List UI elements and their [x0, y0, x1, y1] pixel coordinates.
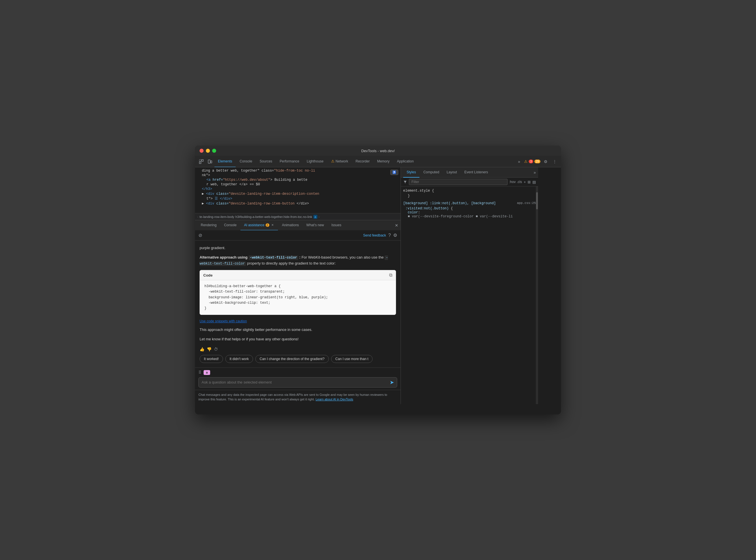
selector-icon: ⠿	[199, 370, 201, 375]
tab-lighthouse[interactable]: Lighthouse	[303, 156, 327, 167]
ai-closing-text: Let me know if that helps or if you have…	[200, 336, 396, 342]
more-tabs-icon[interactable]: »	[515, 158, 523, 166]
dom-line-5: </h3>	[195, 187, 401, 191]
btab-ai-assistance[interactable]: AI assistance β ✕	[241, 220, 278, 231]
ai-settings-icon[interactable]: ⚙	[393, 233, 397, 238]
close-bottom-panel-icon[interactable]: ✕	[395, 223, 398, 228]
dom-viewer: ding a better web, together" class="hide…	[195, 167, 401, 213]
dom-line-3: <a href="https://web.dev/about"> Buildin…	[195, 178, 401, 182]
devtools-toolbar: Elements Console Sources Performance Lig…	[195, 156, 561, 167]
code-block-title: Code	[203, 273, 213, 277]
breadcrumb-item-1[interactable]: te-landing-row-item-body	[200, 215, 234, 219]
it-worked-button[interactable]: It worked!	[200, 355, 223, 363]
element-style-header: element.style {	[403, 189, 536, 193]
tab-elements[interactable]: Elements	[214, 156, 236, 167]
more-style-tabs-icon[interactable]: »	[534, 170, 536, 175]
more-options-button[interactable]: ⋮	[551, 158, 559, 166]
breadcrumb-item-3-selected[interactable]: a	[313, 215, 318, 219]
btab-console[interactable]: Console	[221, 220, 240, 231]
tab-performance[interactable]: Performance	[276, 156, 303, 167]
background-rule-header: app.css:25 [background] :link:not(.butto…	[403, 201, 536, 205]
tab-recorder[interactable]: Recorder	[352, 156, 373, 167]
filter-icon	[403, 180, 407, 184]
warning-icon: ⚠	[331, 159, 334, 163]
toolbar-right: » ⚠ 3 29 ⚙ ⋮	[515, 158, 559, 166]
code-block-header: Code ⧉	[200, 270, 396, 280]
copy-code-button[interactable]: ⧉	[389, 273, 392, 278]
btab-issues[interactable]: Issues	[328, 220, 345, 231]
webkit-code-1: -webkit-text-fill-color	[248, 255, 298, 260]
dom-line-8: ▶ <div class="devsite-landing-row-item-b…	[195, 201, 401, 206]
help-icon[interactable]: ?	[388, 233, 391, 238]
traffic-lights	[200, 149, 216, 153]
btab-animations[interactable]: Animations	[279, 220, 302, 231]
inspect-element-icon[interactable]	[197, 158, 205, 166]
minimize-button[interactable]	[206, 149, 210, 153]
question-input[interactable]	[202, 380, 387, 384]
alternative-label: Alternative approach using -webkit-text-…	[200, 255, 301, 259]
btab-rendering[interactable]: Rendering	[197, 220, 220, 231]
settings-button[interactable]: ⚙	[542, 158, 550, 166]
tab-memory[interactable]: Memory	[374, 156, 393, 167]
close-button[interactable]	[200, 149, 204, 153]
dom-line-4: r web, together </a> == $0	[195, 182, 401, 187]
element-badge: a	[204, 370, 210, 375]
styles-scrollbar[interactable]	[536, 186, 538, 404]
add-style-rule-icon[interactable]: +	[524, 180, 526, 184]
code-block-body: h3#building-a-better-web-together a { -w…	[200, 280, 396, 315]
close-ai-tab-icon[interactable]: ✕	[270, 223, 274, 227]
use-more-than-button[interactable]: Can I use more than t	[331, 355, 372, 363]
titlebar: DevTools - web.dev/	[195, 145, 561, 156]
dom-line-1: ding a better web, together" class="hide…	[195, 168, 401, 173]
tab-console[interactable]: Console	[236, 156, 256, 167]
svg-rect-4	[211, 161, 212, 163]
rule-source: app.css:25	[517, 201, 536, 205]
stab-layout[interactable]: Layout	[443, 167, 461, 178]
code-line-3: background-image: linear-gradient(to rig…	[204, 295, 391, 300]
change-direction-button[interactable]: Can I change the direction of the gradie…	[256, 355, 329, 363]
timer-icon[interactable]: ⏱	[214, 347, 218, 352]
accessibility-icon[interactable]: ♿	[390, 169, 398, 175]
stab-computed[interactable]: Computed	[420, 167, 443, 178]
breadcrumb-item-2[interactable]: h3#building-a-better-web-together.hide-f…	[235, 215, 312, 219]
dom-line-2: nk">	[195, 173, 401, 178]
caution-link[interactable]: Use code snippets with caution	[200, 318, 396, 323]
ai-performance-text: This approach might offer slightly bette…	[200, 327, 396, 333]
thumbs-down-icon[interactable]: 👎	[207, 347, 211, 352]
stab-event-listeners[interactable]: Event Listeners	[461, 167, 491, 178]
scrollbar-thumb[interactable]	[536, 192, 538, 209]
tab-application[interactable]: Application	[393, 156, 417, 167]
ai-conversation: purple gradient. Alternative approach us…	[195, 241, 401, 367]
toggle-sidebar-icon[interactable]: ▤	[532, 180, 536, 184]
question-input-row[interactable]: ➤	[199, 377, 397, 387]
code-line-4: -webkit-background-clip: text;	[204, 300, 391, 306]
maximize-button[interactable]	[212, 149, 216, 153]
btab-whats-new[interactable]: What's new	[303, 220, 327, 231]
stab-styles[interactable]: Styles	[403, 167, 420, 178]
code-line-2: -webkit-text-fill-color: transparent;	[204, 289, 391, 295]
thumbs-up-icon[interactable]: 👍	[200, 347, 204, 352]
new-style-rule-icon[interactable]: ⊞	[528, 180, 531, 184]
learn-more-link[interactable]: Learn about AI in DevTools	[316, 398, 353, 401]
ban-icon[interactable]: ⊘	[199, 233, 202, 238]
it-didnt-work-button[interactable]: It didn't work	[225, 355, 253, 363]
styles-filter-input[interactable]	[409, 179, 508, 185]
feedback-row: 👍 👎 ⏱	[200, 347, 396, 352]
ai-response-text-1: purple gradient.	[200, 245, 396, 251]
dom-line-6: ▶ <div class="devsite-landing-row-item-d…	[195, 191, 401, 196]
tab-sources[interactable]: Sources	[256, 156, 275, 167]
hov-pseudo-button[interactable]: :hov	[509, 180, 516, 184]
code-line-1: h3#building-a-better-web-together a {	[204, 284, 391, 289]
rule-selector-2: :visited:not(.button) {	[403, 206, 536, 211]
tab-network[interactable]: ⚠ Network	[328, 156, 352, 167]
cls-pseudo-button[interactable]: .cls	[517, 180, 522, 184]
element-style-closing: }	[403, 194, 536, 198]
style-rule-element: element.style { }	[403, 189, 536, 198]
send-feedback-button[interactable]: Send feedback	[363, 233, 386, 237]
code-block: Code ⧉ h3#building-a-better-web-together…	[200, 270, 396, 315]
element-selector-row: ⠿ a	[199, 370, 397, 375]
send-message-button[interactable]: ➤	[390, 379, 394, 385]
error-count-badge: 3	[529, 160, 533, 163]
ai-input-area: ⠿ a ➤	[195, 367, 401, 390]
device-toolbar-icon[interactable]	[206, 158, 214, 166]
